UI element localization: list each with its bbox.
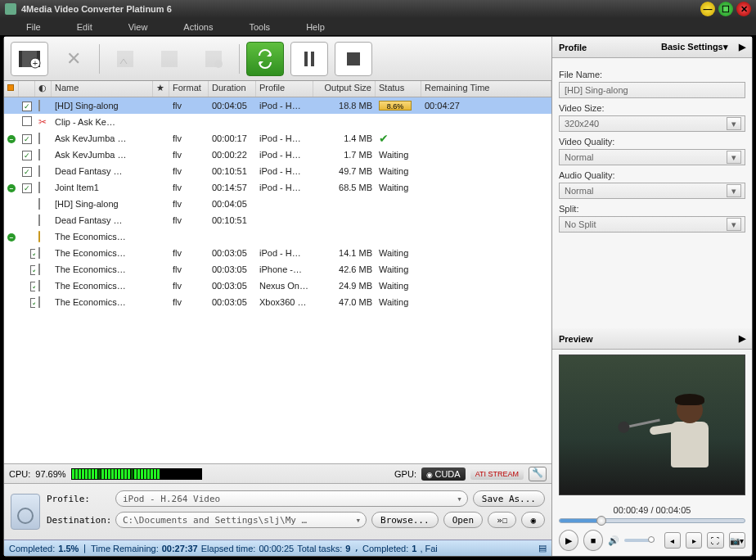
maximize-button[interactable]: ☐ — [718, 2, 733, 16]
status-comp-label: Completed: — [362, 544, 408, 553]
browse-button[interactable]: Browse... — [371, 512, 439, 528]
profile-expand-icon[interactable]: ▶ — [739, 42, 745, 52]
cuda-badge: ◉ CUDA — [421, 467, 466, 481]
cpu-value: 97.69% — [35, 469, 65, 479]
col-remaining[interactable]: Remaining Time — [421, 81, 551, 97]
preview-time: 00:00:49 / 00:04:05 — [559, 505, 745, 515]
table-row[interactable]: ✓The Economics…flv00:03:05Nexus On…24.9 … — [4, 278, 551, 294]
minimize-button[interactable]: — — [700, 2, 715, 16]
burn-button[interactable]: ◉ — [521, 512, 545, 528]
table-row[interactable]: −✓Ask KevJumba …flv00:00:17iPod - H…1.4 … — [4, 130, 551, 147]
table-row[interactable]: Clip - Ask Ke… — [4, 114, 551, 130]
table-row[interactable]: Dead Fantasy …flv00:10:51 — [4, 212, 551, 228]
preview-expand-icon[interactable]: ▶ — [739, 333, 745, 344]
col-format[interactable]: Format — [169, 81, 209, 97]
prev-frame-button[interactable]: ◂ — [664, 532, 681, 549]
pause-button[interactable] — [290, 42, 328, 76]
col-check[interactable] — [19, 81, 35, 97]
split-field[interactable]: No Split — [559, 216, 745, 233]
audio-quality-field[interactable]: Normal — [559, 183, 745, 199]
preview-video[interactable] — [559, 355, 745, 495]
close-button[interactable]: ✕ — [736, 2, 751, 16]
video-size-label: Video Size: — [559, 103, 745, 113]
table-row[interactable]: ✓The Economics…flv00:03:05Xbox360 …47.0 … — [4, 294, 551, 310]
stop-button[interactable] — [335, 42, 372, 76]
device-icon — [11, 494, 40, 530]
fullscreen-button[interactable]: ⛶ — [707, 532, 723, 549]
snapshot-button[interactable]: 📷▾ — [729, 532, 745, 549]
video-quality-field[interactable]: Normal — [559, 149, 745, 165]
table-row[interactable]: ✓Ask KevJumba …flv00:00:22iPod - H…1.7 M… — [4, 147, 551, 163]
video-quality-label: Video Quality: — [559, 137, 745, 147]
split-label: Split: — [559, 204, 745, 214]
settings-icon[interactable]: 🔧 — [529, 467, 547, 481]
col-name[interactable]: Name — [52, 81, 153, 97]
preview-header: Preview — [559, 334, 593, 344]
profile-label: Profile: — [47, 494, 110, 504]
col-duration[interactable]: Duration — [209, 81, 256, 97]
convert-button[interactable] — [246, 42, 284, 76]
status-comp: 1 — [412, 544, 416, 553]
save-as-button[interactable]: Save As... — [473, 490, 545, 507]
stop-preview-button[interactable]: ■ — [583, 530, 603, 551]
status-total-label: Total tasks: — [297, 544, 342, 553]
menu-tools[interactable]: Tools — [231, 22, 288, 32]
ati-badge: ATI STREAM — [470, 468, 524, 480]
svg-rect-0 — [19, 51, 22, 67]
status-timerem-label: Time Remaining: — [91, 544, 159, 553]
export-button[interactable]: »☐ — [488, 512, 516, 528]
app-icon — [5, 3, 16, 15]
col-star[interactable]: ★ — [153, 81, 169, 97]
app-title: 4Media Video Converter Platinum 6 — [21, 4, 697, 14]
volume-icon[interactable]: 🔊 — [608, 535, 619, 546]
status-timerem: 00:27:37 — [162, 544, 198, 553]
table-row[interactable]: −✓Joint Item1flv00:14:57iPod - H…68.5 MB… — [4, 179, 551, 196]
svg-point-8 — [214, 60, 223, 68]
profile-header: Profile — [559, 43, 587, 52]
destination-combo[interactable]: C:\Documents and Settings\slj\My … — [115, 512, 367, 528]
table-row[interactable]: ✓Dead Fantasy …flv00:10:51iPod - H…49.7 … — [4, 163, 551, 179]
delete-button: ✕ — [55, 42, 92, 76]
col-profile[interactable]: Profile — [256, 81, 313, 97]
effects-button — [195, 42, 232, 76]
menu-file[interactable]: File — [8, 22, 59, 32]
profile-combo[interactable]: iPod - H.264 Video — [115, 490, 468, 507]
menu-edit[interactable]: Edit — [59, 22, 110, 32]
svg-text:+: + — [33, 58, 38, 68]
open-button[interactable]: Open — [443, 512, 484, 528]
table-row[interactable]: ✓The Economics…flv00:03:05iPod - H…14.1 … — [4, 245, 551, 261]
destination-label: Destination: — [47, 515, 110, 526]
svg-rect-10 — [311, 52, 314, 66]
table-row[interactable]: −The Economics… — [4, 228, 551, 245]
col-expand[interactable] — [4, 81, 19, 97]
cpu-label: CPU: — [9, 469, 30, 479]
status-completed-label: Completed: — [9, 544, 55, 553]
svg-rect-5 — [117, 51, 133, 67]
video-size-field[interactable]: 320x240 — [559, 115, 745, 132]
menu-view[interactable]: View — [110, 22, 166, 32]
col-type[interactable]: ◐ — [35, 81, 52, 97]
table-row[interactable]: [HD] Sing-alongflv00:04:05 — [4, 196, 551, 212]
edit-button — [151, 42, 188, 76]
basic-settings-dropdown[interactable]: Basic Settings▾ — [661, 42, 728, 52]
play-button[interactable]: ▶ — [559, 530, 578, 551]
add-file-button[interactable]: + — [11, 42, 48, 76]
gpu-label: GPU: — [394, 469, 416, 479]
col-output-size[interactable]: Output Size — [313, 81, 376, 97]
volume-slider[interactable] — [624, 539, 655, 542]
menu-help[interactable]: Help — [288, 22, 343, 32]
clip-button — [106, 42, 144, 76]
cpu-meter — [71, 468, 202, 480]
table-row[interactable]: ✓[HD] Sing-alongflv00:04:05iPod - H…18.8… — [4, 97, 551, 114]
status-elapsed: 00:00:25 — [259, 544, 294, 553]
status-log-icon[interactable]: ▤ — [538, 543, 547, 553]
status-tail: , Fai — [420, 544, 437, 553]
menu-actions[interactable]: Actions — [165, 22, 231, 32]
status-elapsed-label: Elapsed time: — [201, 544, 256, 553]
table-row[interactable]: ✓The Economics…flv00:03:05iPhone -…42.6 … — [4, 261, 551, 278]
svg-rect-11 — [347, 52, 360, 65]
next-frame-button[interactable]: ▸ — [686, 532, 702, 549]
preview-slider[interactable] — [559, 518, 745, 523]
file-name-field[interactable]: [HD] Sing-along — [559, 82, 745, 98]
col-status[interactable]: Status — [376, 81, 421, 97]
